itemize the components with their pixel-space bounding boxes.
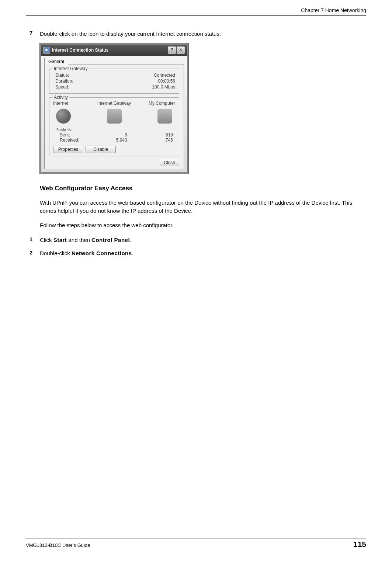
step-1-text: Click Start and then Control Panel. bbox=[40, 236, 362, 244]
step-1-pre: Click bbox=[40, 237, 53, 243]
step-1-mid: and then bbox=[67, 237, 91, 243]
group-activity-label: Activity bbox=[52, 95, 69, 100]
chapter-header: Chapter 7 Home Networking bbox=[26, 7, 366, 13]
step-2-kw-networkconnections: Network Connections bbox=[72, 250, 132, 256]
step-1-number: 1 bbox=[30, 236, 40, 244]
step-1-kw-controlpanel: Control Panel bbox=[91, 237, 130, 243]
tab-general[interactable]: General bbox=[44, 58, 68, 65]
connection-line-icon bbox=[73, 116, 105, 116]
received-label: Received: bbox=[53, 138, 94, 143]
status-label: Status: bbox=[53, 73, 69, 78]
step-2-pre: Double-click bbox=[40, 250, 72, 256]
step-2-post: . bbox=[132, 250, 133, 256]
received-computer-value: 746 bbox=[135, 138, 175, 143]
step-7-number: 7 bbox=[30, 30, 40, 38]
duration-value: 00:00:56 bbox=[158, 79, 175, 84]
dialog-titlebar: Internet Connection Status ? × bbox=[41, 45, 187, 56]
paragraph-follow-steps: Follow the steps below to access the web… bbox=[40, 221, 362, 229]
sent-gateway-value: 8 bbox=[94, 132, 134, 138]
screenshot-internet-connection-status: Internet Connection Status ? × General I… bbox=[40, 43, 362, 174]
close-x-button[interactable]: × bbox=[177, 46, 185, 54]
status-value: Connected bbox=[154, 73, 175, 78]
speed-label: Speed: bbox=[53, 84, 69, 90]
footer-rule bbox=[26, 538, 366, 538]
sent-computer-value: 618 bbox=[135, 132, 175, 138]
step-2-number: 2 bbox=[30, 249, 40, 257]
footer-guide-title: VMG1312-B10C User’s Guide bbox=[26, 542, 90, 548]
gateway-icon bbox=[107, 109, 122, 124]
close-button[interactable]: Close bbox=[160, 159, 179, 166]
activity-col-internet: Internet bbox=[53, 101, 94, 106]
speed-value: 100.0 Mbps bbox=[152, 84, 175, 90]
disable-button[interactable]: Disable bbox=[86, 146, 116, 153]
packets-label: Packets: bbox=[53, 127, 94, 132]
activity-col-mycomputer: My Computer bbox=[135, 101, 175, 106]
dialog-title: Internet Connection Status bbox=[52, 48, 168, 53]
received-gateway-value: 5,943 bbox=[94, 138, 134, 143]
activity-col-gateway: Internet Gateway bbox=[94, 101, 134, 106]
connection-line-icon bbox=[124, 116, 156, 116]
duration-label: Duration: bbox=[53, 79, 73, 84]
step-1-kw-start: Start bbox=[53, 237, 67, 243]
subheading-web-configurator: Web Configurator Easy Access bbox=[40, 185, 362, 192]
help-button[interactable]: ? bbox=[168, 46, 176, 54]
step-7-text: Double-click on the icon to display your… bbox=[40, 30, 362, 38]
dialog-title-icon bbox=[44, 47, 50, 53]
properties-button[interactable]: Properties bbox=[53, 146, 83, 153]
sent-label: Sent: bbox=[53, 132, 94, 138]
group-internet-gateway-label: Internet Gateway bbox=[52, 66, 89, 71]
globe-icon bbox=[56, 109, 71, 124]
paragraph-upnp-description: With UPnP, you can access the web-based … bbox=[40, 199, 362, 215]
step-1-post: . bbox=[130, 237, 131, 243]
step-2-text: Double-click Network Connections. bbox=[40, 249, 362, 257]
computer-icon bbox=[157, 109, 172, 124]
footer-page-number: 115 bbox=[353, 540, 366, 549]
